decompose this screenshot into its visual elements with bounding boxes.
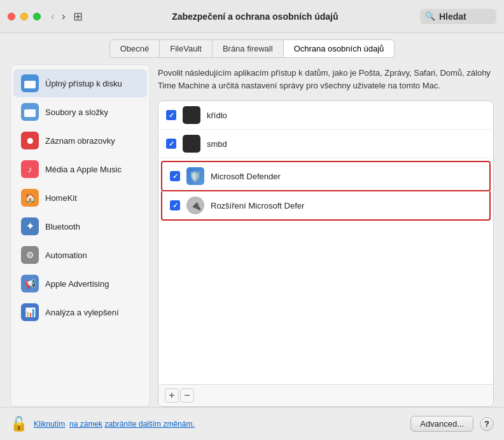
back-button[interactable]: ‹	[48, 10, 57, 24]
sidebar-label-media: Média a Apple Music	[45, 165, 122, 174]
checkbox-defender[interactable]: ✓	[170, 171, 180, 181]
sidebar-label-homekit: HomeKit	[45, 193, 77, 203]
table-row-defer: ✓ 🔌 Rozšíření Microsoft Defer	[161, 191, 491, 221]
media-icon: ♪	[21, 160, 39, 178]
titlebar: ‹ › ⊞ Zabezpečení a ochrana osobních úda…	[0, 0, 504, 33]
fullscreen-button[interactable]	[33, 13, 41, 20]
lock-icon: 🔓	[10, 416, 27, 432]
advertising-icon: 📢	[21, 275, 39, 292]
sidebar-label-analytics: Analýza a vylepšení	[45, 308, 119, 317]
checkbox-smbd[interactable]: ✓	[166, 139, 176, 149]
sidebar-label-automation: Automation	[45, 251, 87, 260]
sidebar-label-files: Soubory a složky	[45, 107, 108, 117]
remove-button[interactable]: −	[180, 388, 194, 402]
sidebar-label-full-disk: Úplný přístup k disku	[45, 79, 122, 88]
sidebar-item-media[interactable]: ♪ Média a Apple Music	[13, 155, 147, 183]
sidebar: Úplný přístup k disku Soubory a složky ⏺…	[10, 64, 150, 407]
sidebar-item-bluetooth[interactable]: ✦ Bluetooth	[13, 212, 147, 240]
advanced-button[interactable]: Advanced...	[410, 416, 473, 432]
search-area[interactable]: 🔍 Hledat	[420, 9, 496, 24]
bluetooth-icon: ✦	[21, 217, 39, 235]
help-button[interactable]: ?	[480, 417, 494, 431]
grid-button[interactable]: ⊞	[73, 10, 83, 24]
traffic-lights	[8, 13, 41, 20]
app-list: ✓ křídlo ✓ smbd ✓	[158, 101, 493, 384]
window-title: Zabezpečení a ochrana osobních údajů	[90, 11, 420, 22]
app-icon-defer: 🔌	[186, 196, 204, 214]
sidebar-item-files[interactable]: Soubory a složky	[13, 98, 147, 126]
main-content: Úplný přístup k disku Soubory a složky ⏺…	[0, 58, 504, 407]
bottombar: 🔓 Kliknutím na zámek zabráníte dalším zm…	[0, 407, 504, 440]
checkmark-icon: ✓	[172, 172, 178, 181]
sidebar-label-advertising: Apple Advertising	[45, 279, 109, 289]
sidebar-item-full-disk[interactable]: Úplný přístup k disku	[13, 69, 147, 97]
app-name-kridlo: křídlo	[207, 111, 227, 120]
app-name-defer: Rozšíření Microsoft Defer	[211, 201, 304, 210]
close-button[interactable]	[8, 13, 15, 20]
tabbar: Obecné FileVault Brána firewall Ochrana …	[0, 33, 504, 58]
tab-filevault[interactable]: FileVault	[160, 39, 213, 58]
tab-ochrana[interactable]: Ochrana osobních údajů	[284, 39, 395, 58]
content-panel: Povolit následujícím aplikacím přístup k…	[158, 64, 494, 407]
tab-firewall[interactable]: Brána firewall	[213, 39, 284, 58]
tab-obecne[interactable]: Obecné	[109, 39, 160, 58]
bottom-lock-text: Kliknutím na zámek zabráníte dalším změn…	[34, 420, 404, 429]
sidebar-label-bluetooth: Bluetooth	[45, 222, 80, 231]
app-list-container: ✓ křídlo ✓ smbd ✓	[158, 100, 494, 407]
table-row-defender: ✓ 🛡️ Microsoft Defender	[161, 161, 491, 191]
checkmark-icon: ✓	[169, 111, 174, 120]
search-icon: 🔍	[425, 11, 435, 21]
checkbox-defer[interactable]: ✓	[170, 200, 180, 210]
sidebar-item-homekit[interactable]: 🏠 HomeKit	[13, 184, 147, 212]
sidebar-item-automation[interactable]: ⚙ Automation	[13, 241, 147, 269]
add-button[interactable]: +	[165, 388, 179, 402]
checkmark-icon: ✓	[172, 202, 178, 210]
table-row: ✓ smbd	[158, 130, 493, 158]
automation-icon: ⚙	[21, 246, 39, 264]
table-row: ✓ křídlo	[158, 101, 493, 130]
sidebar-item-screen[interactable]: ⏺ Záznam obrazovky	[13, 127, 147, 155]
homekit-icon: 🏠	[21, 189, 39, 207]
checkbox-kridlo[interactable]: ✓	[166, 110, 176, 120]
lock-link[interactable]: na zámek	[69, 420, 102, 429]
sidebar-label-screen: Záznam obrazovky	[45, 136, 115, 146]
search-placeholder: Hledat	[439, 11, 466, 22]
sidebar-item-advertising[interactable]: 📢 Apple Advertising	[13, 270, 147, 298]
sidebar-item-analytics[interactable]: 📊 Analýza a vylepšení	[13, 298, 147, 326]
app-name-smbd: smbd	[207, 139, 227, 149]
analytics-icon: 📊	[21, 303, 39, 321]
nav-buttons: ‹ ›	[48, 10, 68, 24]
files-icon	[21, 103, 39, 121]
app-icon-kridlo	[183, 106, 200, 124]
forward-button[interactable]: ›	[59, 10, 67, 24]
minimize-button[interactable]	[20, 13, 28, 20]
app-icon-smbd	[183, 135, 200, 153]
app-name-defender: Microsoft Defender	[211, 172, 281, 181]
screen-icon: ⏺	[21, 132, 39, 149]
checkmark-icon: ✓	[169, 140, 174, 148]
full-disk-icon	[21, 74, 39, 92]
click-link[interactable]: Kliknutím	[34, 420, 65, 429]
list-controls: + −	[158, 384, 493, 406]
description-text: Povolit následujícím aplikacím přístup k…	[158, 64, 494, 94]
app-icon-defender: 🛡️	[186, 167, 204, 185]
